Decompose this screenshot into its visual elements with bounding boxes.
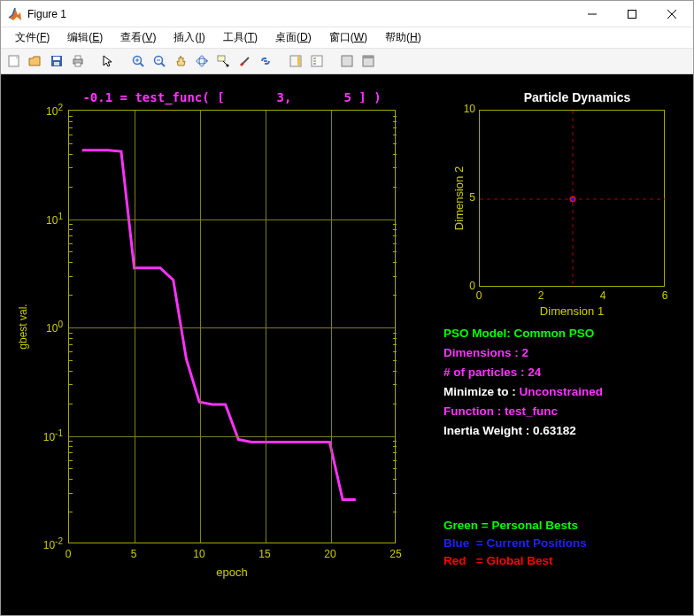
npart-label: # of particles :	[443, 366, 528, 379]
part-ytick: 5	[458, 191, 475, 204]
svg-point-22	[227, 65, 229, 67]
svg-rect-9	[75, 56, 81, 59]
maximize-button[interactable]	[612, 1, 652, 27]
model-value: Common PSO	[514, 327, 595, 340]
minimize-button[interactable]	[572, 1, 612, 27]
new-figure-button[interactable]	[4, 51, 24, 71]
particle-chart-xlabel: Dimension 1	[479, 304, 665, 318]
open-button[interactable]	[26, 51, 45, 71]
particle-chart-axes[interactable]	[479, 110, 665, 287]
brush-button[interactable]	[235, 51, 254, 71]
info-panel: PSO Model: Common PSO Dimensions : 2 # o…	[443, 324, 603, 441]
svg-rect-31	[342, 56, 352, 66]
svg-rect-10	[75, 63, 81, 66]
main-xtick: 25	[382, 548, 409, 560]
figure-area: -0.1 = test_func( [ 3, 5 ] ) gbest val. …	[1, 74, 693, 615]
figure-window: Figure 1 文件(F) 编辑(E) 查看(V) 插入(I) 工具(T) 桌…	[0, 0, 694, 616]
main-xtick: 20	[317, 548, 343, 560]
main-ytick: 102	[36, 103, 63, 118]
main-xtick: 10	[186, 548, 212, 560]
zoom-in-button[interactable]	[128, 51, 148, 71]
model-label: PSO Model:	[443, 327, 514, 340]
zoom-out-button[interactable]	[150, 51, 169, 71]
title-bar: Figure 1	[1, 1, 693, 27]
rotate-3d-button[interactable]	[192, 51, 212, 71]
svg-rect-1	[628, 10, 636, 18]
inertia-value: 0.63182	[533, 424, 576, 437]
main-ytick: 100	[36, 320, 63, 335]
menu-window[interactable]: 窗口(W)	[320, 28, 376, 47]
main-chart-xlabel: epoch	[68, 566, 396, 579]
svg-rect-7	[54, 62, 59, 65]
inertia-label: Inertia Weight :	[443, 424, 533, 437]
min-label: Minimize to :	[443, 385, 520, 398]
data-cursor-button[interactable]	[213, 51, 233, 71]
pointer-button[interactable]	[98, 51, 118, 71]
menu-desktop[interactable]: 桌面(D)	[266, 28, 320, 47]
svg-line-12	[140, 63, 143, 66]
svg-rect-6	[53, 57, 60, 60]
toolbar	[1, 49, 693, 74]
menu-insert[interactable]: 插入(I)	[165, 28, 213, 47]
main-chart-title: -0.1 = test_func( [ 3, 5 ] )	[68, 90, 396, 104]
svg-point-18	[197, 58, 207, 64]
menu-bar: 文件(F) 编辑(E) 查看(V) 插入(I) 工具(T) 桌面(D) 窗口(W…	[1, 27, 693, 49]
menu-edit[interactable]: 编辑(E)	[58, 28, 112, 47]
pan-button[interactable]	[171, 51, 190, 71]
print-button[interactable]	[68, 51, 88, 71]
main-xtick: 15	[251, 548, 278, 560]
part-xtick: 6	[656, 289, 674, 302]
svg-line-16	[161, 63, 165, 66]
main-ytick: 10-1	[36, 428, 63, 443]
matlab-icon	[8, 7, 22, 21]
part-xtick: 4	[594, 289, 612, 302]
min-value: Unconstrained	[520, 385, 604, 398]
main-xtick: 5	[120, 548, 147, 560]
colorbar-button[interactable]	[286, 51, 305, 71]
svg-line-23	[243, 58, 249, 63]
svg-rect-26	[297, 57, 300, 65]
main-chart-svg	[69, 111, 395, 543]
npart-value: 24	[528, 366, 541, 379]
close-button[interactable]	[652, 1, 691, 27]
legend-blue: Blue = Current Positions	[443, 535, 587, 552]
legend-panel: Green = Personal Bests Blue = Current Po…	[443, 517, 587, 570]
part-xtick: 2	[532, 289, 550, 302]
func-label: Function :	[443, 404, 505, 418]
menu-view[interactable]: 查看(V)	[112, 28, 165, 47]
menu-tools[interactable]: 工具(T)	[214, 28, 266, 47]
main-chart-ylabel: gbest val.	[17, 110, 31, 543]
show-tools-button[interactable]	[359, 51, 378, 71]
part-ytick: 0	[458, 280, 475, 292]
svg-rect-20	[218, 56, 225, 61]
window-title: Figure 1	[27, 8, 572, 20]
func-value: test_func	[505, 404, 558, 418]
save-button[interactable]	[47, 51, 66, 71]
legend-green: Green = Personal Bests	[443, 517, 587, 535]
particle-chart-title: Particle Dynamics	[479, 90, 675, 104]
particle-chart-svg	[480, 111, 666, 288]
main-ytick: 10-2	[36, 536, 63, 551]
svg-point-37	[571, 197, 574, 201]
hide-tools-button[interactable]	[337, 51, 357, 71]
svg-point-19	[199, 56, 204, 66]
legend-button[interactable]	[307, 51, 327, 71]
legend-red: Red = Global Best	[443, 552, 587, 570]
menu-file[interactable]: 文件(F)	[6, 28, 58, 47]
main-ytick: 101	[36, 212, 63, 227]
main-chart-axes[interactable]	[68, 110, 396, 543]
menu-help[interactable]: 帮助(H)	[376, 28, 430, 47]
dims-value: 2	[522, 346, 529, 359]
dims-label: Dimensions :	[443, 346, 522, 359]
link-button[interactable]	[256, 51, 275, 71]
part-ytick: 10	[458, 103, 475, 115]
svg-rect-27	[312, 56, 322, 66]
svg-rect-33	[363, 56, 374, 58]
